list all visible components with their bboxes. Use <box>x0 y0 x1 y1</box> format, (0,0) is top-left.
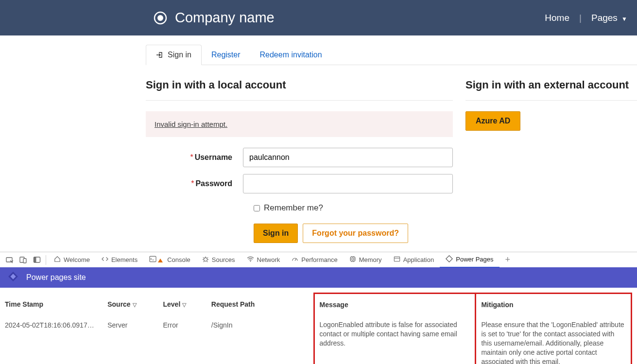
log-header-row: Time Stamp Source▽ Level▽ Request Path M… <box>5 294 632 316</box>
top-nav: Home | Pages ▼ <box>545 13 627 23</box>
devtools-tab-sources-label: Sources <box>212 256 235 263</box>
svg-rect-7 <box>150 256 156 261</box>
cell-mitigation: Please ensure that the 'LogonEnabled' at… <box>476 315 632 364</box>
brand-logo-icon <box>153 11 168 25</box>
devtools-tab-powerpages[interactable]: Power Pages <box>440 252 499 268</box>
tab-redeem[interactable]: Redeem invitation <box>250 45 332 65</box>
external-signin-column: Sign in with an external account Azure A… <box>465 79 637 243</box>
col-level[interactable]: Level▽ <box>163 294 211 316</box>
username-label: *Username <box>146 153 243 162</box>
svg-rect-12 <box>394 257 399 261</box>
username-input[interactable] <box>243 148 453 167</box>
username-row: *Username <box>146 148 453 167</box>
password-label: *Password <box>146 179 243 188</box>
home-icon <box>54 256 61 264</box>
svg-point-8 <box>204 258 207 261</box>
devtools-tab-welcome[interactable]: Welcome <box>48 252 96 268</box>
svg-rect-13 <box>446 255 452 261</box>
console-icon <box>149 256 156 264</box>
tab-register[interactable]: Register <box>202 45 250 65</box>
log-row: 2024-05-02T18:16:06.0917… Server Error /… <box>5 315 632 364</box>
local-signin-column: Sign in with a local account Invalid sig… <box>146 79 453 243</box>
col-message[interactable]: Message <box>314 294 476 316</box>
divider <box>465 100 637 101</box>
devtools-tab-console[interactable]: Console <box>143 252 196 268</box>
dock-icon[interactable] <box>30 253 44 267</box>
powerpages-banner-text: Power pages site <box>26 273 86 282</box>
cell-source: Server <box>107 315 163 364</box>
signin-button[interactable]: Sign in <box>254 224 298 243</box>
page-content: Sign in Register Redeem invitation Sign … <box>0 45 637 243</box>
nav-pages[interactable]: Pages ▼ <box>591 13 627 23</box>
svg-point-11 <box>351 258 353 260</box>
auth-tabs: Sign in Register Redeem invitation <box>146 45 637 65</box>
local-signin-title: Sign in with a local account <box>146 79 453 91</box>
col-timestamp[interactable]: Time Stamp <box>5 294 107 316</box>
devtools-tab-memory[interactable]: Memory <box>344 252 388 268</box>
log-area: Time Stamp Source▽ Level▽ Request Path M… <box>0 288 637 364</box>
brand: Company name <box>153 10 275 26</box>
chevron-down-icon: ▼ <box>621 16 627 22</box>
azure-wrap: Azure AD <box>465 111 637 131</box>
devtools-tab-performance-label: Performance <box>301 256 337 263</box>
device-toggle-icon[interactable] <box>17 253 30 267</box>
cell-request: /SignIn <box>211 315 314 364</box>
tab-signin[interactable]: Sign in <box>146 45 202 65</box>
divider <box>146 100 453 101</box>
username-label-text: Username <box>195 153 232 161</box>
signin-icon <box>156 51 164 59</box>
code-icon <box>102 256 108 264</box>
devtools-tab-sources[interactable]: Sources <box>196 252 241 268</box>
warning-icon <box>158 259 163 262</box>
gauge-icon <box>292 256 298 264</box>
col-request[interactable]: Request Path <box>211 294 314 316</box>
signin-error-text: Invalid sign-in attempt. <box>155 120 227 128</box>
nav-pages-label: Pages <box>591 13 618 23</box>
devtools-tab-elements-label: Elements <box>111 256 138 263</box>
form-buttons: Sign in Forgot your password? <box>146 224 453 243</box>
chip-icon <box>349 256 356 264</box>
devtools-tab-console-label: Console <box>167 256 190 263</box>
top-bar: Company name Home | Pages ▼ <box>0 0 637 35</box>
col-source-label: Source <box>107 300 130 308</box>
nav-home[interactable]: Home <box>545 13 569 23</box>
devtools-tab-powerpages-label: Power Pages <box>456 256 493 263</box>
svg-rect-4 <box>23 259 26 263</box>
signin-form: *Username *Password Remember me? Sign in… <box>146 148 453 243</box>
bug-icon <box>202 256 209 264</box>
nav-separator: | <box>579 13 582 23</box>
devtools-tab-performance[interactable]: Performance <box>286 252 343 268</box>
tab-signin-label: Sign in <box>168 51 191 59</box>
svg-rect-6 <box>34 257 36 262</box>
password-label-text: Password <box>195 179 232 188</box>
devtools-tab-elements[interactable]: Elements <box>96 252 143 268</box>
col-source[interactable]: Source▽ <box>107 294 163 316</box>
col-level-label: Level <box>163 300 180 308</box>
chevron-down-icon: ▽ <box>133 302 137 308</box>
chevron-down-icon: ▽ <box>182 302 186 308</box>
devtools-tab-application[interactable]: Application <box>388 252 440 268</box>
remember-checkbox[interactable] <box>254 205 260 211</box>
forgot-password-link[interactable]: Forgot your password? <box>303 224 408 243</box>
devtools-tab-memory-label: Memory <box>359 256 382 263</box>
remember-label: Remember me? <box>264 203 323 213</box>
external-signin-title: Sign in with an external account <box>465 79 637 91</box>
cell-timestamp: 2024-05-02T18:16:06.0917… <box>5 315 107 364</box>
devtools-tab-network-label: Network <box>257 256 280 263</box>
svg-rect-10 <box>350 257 355 261</box>
log-table: Time Stamp Source▽ Level▽ Request Path M… <box>5 293 632 364</box>
svg-point-1 <box>157 15 163 21</box>
remember-row: Remember me? <box>146 203 453 213</box>
devtools-add-tab[interactable]: + <box>502 255 514 265</box>
col-mitigation[interactable]: Mitigation <box>476 294 632 316</box>
signin-error: Invalid sign-in attempt. <box>146 111 453 137</box>
azure-ad-button[interactable]: Azure AD <box>465 111 520 131</box>
inspect-icon[interactable] <box>3 253 17 267</box>
wifi-icon <box>247 256 254 264</box>
devtools-tab-network[interactable]: Network <box>241 252 286 268</box>
devtools-tab-application-label: Application <box>403 256 434 263</box>
powerpages-banner: Power pages site <box>0 267 637 288</box>
password-input[interactable] <box>243 174 453 193</box>
devtools-tabs: Welcome Elements Console Sources Network… <box>0 252 637 267</box>
powerpages-icon <box>446 255 453 264</box>
